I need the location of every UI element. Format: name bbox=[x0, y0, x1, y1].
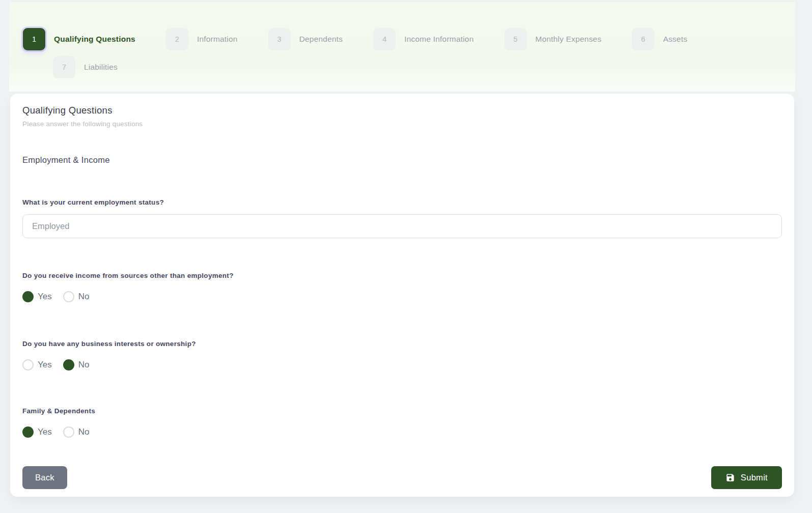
save-icon bbox=[725, 473, 735, 482]
stepper-step-dependents[interactable]: 3 Dependents bbox=[268, 28, 343, 50]
step-label: Qualifying Questions bbox=[54, 35, 135, 44]
page-subtitle: Please answer the following questions bbox=[22, 120, 782, 128]
step-number-badge: 1 bbox=[23, 28, 45, 50]
employment-status-input[interactable] bbox=[22, 214, 782, 238]
question-business-interests: Do you have any business interests or ow… bbox=[22, 340, 782, 370]
radio-group-family-dependents: Yes No bbox=[22, 426, 782, 438]
step-number-badge: 2 bbox=[166, 28, 188, 50]
radio-group-business-interests: Yes No bbox=[22, 359, 782, 370]
question-label: Do you receive income from sources other… bbox=[22, 272, 782, 279]
radio-label: Yes bbox=[38, 292, 52, 302]
radio-option-no[interactable]: No bbox=[63, 291, 90, 302]
back-button[interactable]: Back bbox=[22, 466, 67, 489]
submit-button[interactable]: Submit bbox=[711, 466, 782, 489]
radio-option-no[interactable]: No bbox=[63, 359, 90, 370]
radio-label: Yes bbox=[38, 427, 52, 437]
step-number-badge: 4 bbox=[373, 28, 396, 50]
step-label: Information bbox=[197, 35, 238, 44]
step-number-badge: 5 bbox=[505, 28, 527, 50]
section-title-employment-income: Employment & Income bbox=[22, 155, 782, 165]
stepper-step-qualifying-questions[interactable]: 1 Qualifying Questions bbox=[23, 28, 135, 50]
radio-circle-no[interactable] bbox=[63, 426, 74, 438]
page-title: Qualifying Questions bbox=[22, 105, 782, 116]
question-label: Do you have any business interests or ow… bbox=[22, 340, 782, 348]
question-other-income: Do you receive income from sources other… bbox=[22, 272, 782, 302]
radio-circle-no[interactable] bbox=[63, 359, 74, 370]
step-label: Dependents bbox=[299, 35, 343, 44]
form-actions: Back Submit bbox=[22, 466, 782, 489]
radio-circle-yes[interactable] bbox=[22, 291, 34, 302]
radio-option-no[interactable]: No bbox=[63, 426, 90, 438]
progress-stepper: 1 Qualifying Questions 2 Information 3 D… bbox=[9, 2, 795, 92]
step-label: Assets bbox=[663, 35, 687, 44]
stepper-step-liabilities[interactable]: 7 Liabilities bbox=[53, 56, 118, 78]
question-label: What is your current employment status? bbox=[22, 198, 782, 206]
stepper-step-monthly-expenses[interactable]: 5 Monthly Expenses bbox=[505, 28, 602, 50]
question-family-dependents: Family & Dependents Yes No bbox=[22, 407, 782, 438]
step-label: Monthly Expenses bbox=[536, 35, 602, 44]
step-number-badge: 6 bbox=[632, 28, 654, 50]
question-employment-status: What is your current employment status? bbox=[22, 198, 782, 238]
radio-option-yes[interactable]: Yes bbox=[22, 291, 52, 302]
stepper-step-assets[interactable]: 6 Assets bbox=[632, 28, 687, 50]
radio-option-yes[interactable]: Yes bbox=[22, 359, 52, 370]
radio-label: No bbox=[78, 360, 90, 370]
radio-label: Yes bbox=[38, 360, 52, 370]
radio-circle-yes[interactable] bbox=[22, 426, 34, 438]
stepper-step-income-information[interactable]: 4 Income Information bbox=[373, 28, 473, 50]
step-label: Liabilities bbox=[84, 63, 118, 72]
radio-label: No bbox=[78, 292, 90, 302]
radio-group-other-income: Yes No bbox=[22, 291, 782, 302]
question-label: Family & Dependents bbox=[22, 407, 782, 415]
step-label: Income Information bbox=[404, 35, 473, 44]
submit-button-label: Submit bbox=[741, 473, 768, 482]
radio-option-yes[interactable]: Yes bbox=[22, 426, 52, 438]
radio-label: No bbox=[78, 427, 90, 437]
stepper-step-information[interactable]: 2 Information bbox=[166, 28, 238, 50]
form-card: Qualifying Questions Please answer the f… bbox=[10, 94, 794, 497]
step-number-badge: 3 bbox=[268, 28, 291, 50]
step-number-badge: 7 bbox=[53, 56, 75, 78]
radio-circle-yes[interactable] bbox=[22, 359, 34, 370]
radio-circle-no[interactable] bbox=[63, 291, 74, 302]
